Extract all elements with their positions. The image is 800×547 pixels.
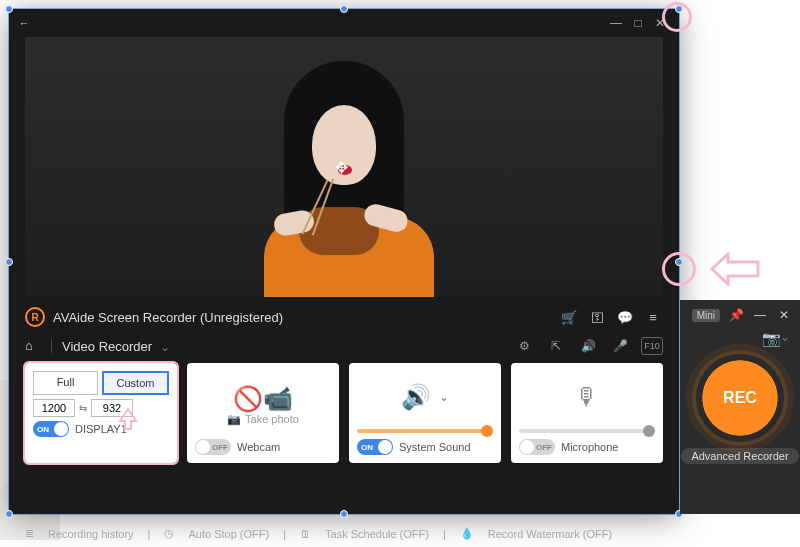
options-row: Full Custom ⇆ ON DISPLAY1 🚫📹: [9, 363, 679, 471]
selection-handle[interactable]: [5, 510, 13, 518]
panel-minimize-button[interactable]: —: [752, 308, 768, 322]
width-input[interactable]: [33, 399, 75, 417]
panel-close-button[interactable]: ✕: [776, 308, 792, 322]
mic-volume-slider[interactable]: [519, 429, 655, 433]
camera-icon: 📷: [227, 413, 241, 426]
settings-icon[interactable]: ⚙: [513, 337, 535, 355]
mini-mode-button[interactable]: Mini: [692, 309, 720, 322]
toggle-on-label: ON: [361, 443, 373, 452]
recording-area-card: Full Custom ⇆ ON DISPLAY1: [25, 363, 177, 463]
sound-icon: 🔊: [401, 383, 431, 411]
home-icon[interactable]: ⌂: [25, 338, 41, 354]
app-logo-icon: R: [25, 307, 45, 327]
section-title[interactable]: Video Recorder ⌄: [62, 339, 170, 354]
drop-icon: 💧: [460, 527, 474, 540]
menu-icon[interactable]: ≡: [643, 307, 663, 327]
snapshot-icon[interactable]: 📷: [762, 330, 778, 348]
window-minimize-button[interactable]: —: [605, 16, 627, 30]
record-button[interactable]: REC: [696, 354, 784, 442]
cart-icon[interactable]: 🛒: [559, 307, 579, 327]
clock-icon: ◷: [164, 527, 174, 540]
speaker-icon[interactable]: 🔊: [577, 337, 599, 355]
hotkey-badge[interactable]: F10: [641, 337, 663, 355]
pin-icon[interactable]: 📌: [728, 308, 744, 322]
side-panel: Mini 📌 — ✕ 📷 ⌄ REC Advanced Recorder: [680, 300, 800, 514]
chevron-down-icon[interactable]: ⌄: [780, 330, 790, 348]
toggle-off-label: OFF: [212, 443, 228, 452]
back-button[interactable]: ←: [17, 17, 31, 29]
status-history[interactable]: Recording history: [48, 528, 134, 540]
webcam-icon: 🚫📹: [233, 385, 293, 413]
selection-handle[interactable]: [340, 5, 348, 13]
chevron-down-icon: ⌄: [160, 340, 170, 354]
app-header: R AVAide Screen Recorder (Unregistered) …: [9, 297, 679, 333]
export-icon[interactable]: ⇱: [545, 337, 567, 355]
annotation-arrow-icon: [710, 252, 760, 286]
system-sound-card: 🔊 ⌄ ON System Sound: [349, 363, 501, 463]
toggle-off-label: OFF: [536, 443, 552, 452]
app-window: ← — □ ✕ ✥ ‹ › R AVAide Screen Recorder (…: [9, 9, 679, 514]
status-bar: ≣ Recording history | ◷ Auto Stop (OFF) …: [25, 527, 663, 540]
display-toggle[interactable]: ON: [33, 421, 69, 437]
take-photo-button[interactable]: 📷 Take photo: [227, 413, 299, 426]
chevron-down-icon[interactable]: ⌄: [439, 390, 449, 404]
microphone-icon: 🎙: [575, 383, 599, 411]
calendar-icon: 🗓: [300, 528, 311, 540]
webcam-toggle[interactable]: OFF: [195, 439, 231, 455]
sound-label: System Sound: [399, 441, 471, 453]
recording-preview[interactable]: ✥ ‹ ›: [25, 37, 663, 297]
annotation-arrow-icon: [118, 407, 138, 431]
selection-handle[interactable]: [340, 510, 348, 518]
microphone-card: 🎙 OFF Microphone: [511, 363, 663, 463]
preview-content: [244, 57, 444, 297]
selection-handle[interactable]: [5, 258, 13, 266]
move-cursor-icon: ✥: [335, 158, 353, 176]
status-watermark[interactable]: Record Watermark (OFF): [488, 528, 612, 540]
sub-header: ⌂ Video Recorder ⌄ ⚙ ⇱ 🔊 🎤 F10: [9, 333, 679, 363]
status-task-schedule[interactable]: Task Schedule (OFF): [325, 528, 429, 540]
history-icon[interactable]: ≣: [25, 527, 34, 540]
webcam-label: Webcam: [237, 441, 280, 453]
swap-icon[interactable]: ⇆: [79, 403, 87, 414]
area-custom-button[interactable]: Custom: [102, 371, 169, 395]
mic-icon[interactable]: 🎤: [609, 337, 631, 355]
register-icon[interactable]: ⚿: [587, 307, 607, 327]
annotation-circle: [662, 2, 692, 32]
window-maximize-button[interactable]: □: [627, 16, 649, 30]
selection-handle[interactable]: [5, 5, 13, 13]
mic-label: Microphone: [561, 441, 618, 453]
annotation-circle: [662, 252, 696, 286]
toggle-on-label: ON: [37, 425, 49, 434]
mic-toggle[interactable]: OFF: [519, 439, 555, 455]
status-auto-stop[interactable]: Auto Stop (OFF): [188, 528, 269, 540]
app-title: AVAide Screen Recorder (Unregistered): [53, 310, 283, 325]
advanced-recorder-button[interactable]: Advanced Recorder: [681, 448, 798, 464]
sound-toggle[interactable]: ON: [357, 439, 393, 455]
window-titlebar: ← — □ ✕: [9, 9, 679, 37]
sound-volume-slider[interactable]: [357, 429, 493, 433]
area-full-button[interactable]: Full: [33, 371, 98, 395]
feedback-icon[interactable]: 💬: [615, 307, 635, 327]
webcam-card: 🚫📹 📷 Take photo OFF Webcam: [187, 363, 339, 463]
